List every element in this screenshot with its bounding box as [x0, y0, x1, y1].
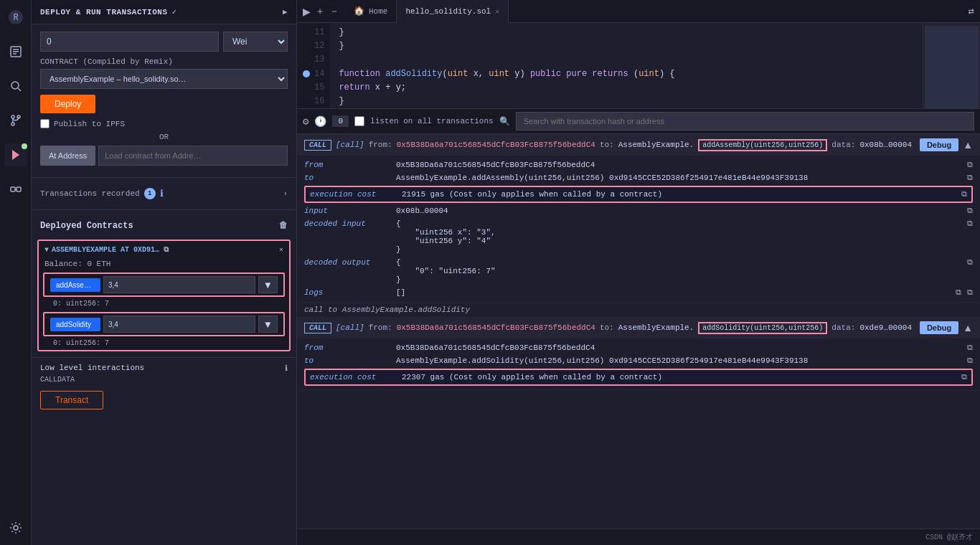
copy-decoded-input-icon[interactable]: ⧉: [967, 219, 973, 228]
copy-to-icon-2[interactable]: ⧉: [967, 356, 973, 365]
run-icon[interactable]: ▶: [303, 6, 311, 17]
svg-line-7: [18, 88, 21, 91]
at-address-button[interactable]: At Address: [40, 146, 95, 166]
copy-contract-address-icon[interactable]: ⧉: [164, 246, 169, 254]
right-panel: ▶ ＋ － 🏠 Home hello_solidity.sol ✕ ⇄ 11 1…: [297, 0, 980, 545]
tab-home[interactable]: 🏠 Home: [345, 0, 397, 23]
copy-logs-icon-1[interactable]: ⧉: [956, 288, 961, 297]
add-assembly-button[interactable]: addAsse…: [50, 278, 100, 292]
left-panel: DEPLOY & RUN TRANSACTIONS ✓ ▶ Wei Gwei E…: [32, 0, 297, 545]
zoom-in-icon[interactable]: ＋: [315, 5, 325, 18]
call-label-1: [call]: [336, 141, 364, 149]
tx-log: CALL [call] from: 0x5B38Da6a701c568545dC…: [297, 134, 980, 529]
add-assembly-input[interactable]: [103, 276, 255, 293]
panel-header: DEPLOY & RUN TRANSACTIONS ✓ ▶: [32, 0, 296, 24]
tab-file-label: hello_solidity.sol: [405, 7, 491, 16]
svg-text:R: R: [13, 13, 18, 23]
data-label-1: data:: [831, 141, 855, 149]
exec-cost-val-1: 21915 gas (Cost only applies when called…: [402, 190, 956, 199]
deploy-run-icon[interactable]: [4, 143, 27, 166]
expand-panel-icon[interactable]: ▶: [283, 7, 288, 16]
from-addr-2: 0x5B38Da6a701c568545dCfcB03FcB875f56bedd…: [397, 323, 595, 332]
contract-instance: ▼ ASSEMBLYEXAMPLE AT 0XD91… ⧉ ✕ Balance:…: [37, 240, 291, 351]
to-method-2: AssemblyExample.: [618, 323, 694, 332]
settings-icon[interactable]: [4, 516, 27, 539]
add-solidity-input[interactable]: [103, 316, 255, 333]
deploy-button[interactable]: Deploy: [40, 95, 95, 113]
add-assembly-return: 0: uint256: 7: [39, 298, 289, 311]
tx-search-input[interactable]: [516, 112, 974, 131]
exec-cost-val-2: 22307 gas (Cost only applies when called…: [402, 373, 956, 382]
copy-to-icon[interactable]: ⧉: [967, 174, 973, 182]
low-level-info-icon[interactable]: ℹ: [285, 364, 288, 373]
add-assembly-dropdown[interactable]: ▼: [258, 276, 278, 293]
decoded-output-key: decoded output: [304, 258, 390, 267]
tab-hello-solidity[interactable]: hello_solidity.sol ✕: [397, 0, 509, 23]
value-input[interactable]: [40, 32, 219, 52]
code-editor: 11 12 13 14 15 16 } } function addSolidi…: [297, 23, 980, 109]
data-label-2: data:: [831, 323, 855, 332]
to-label-2: to:: [600, 323, 614, 332]
listen-transactions-checkbox[interactable]: [354, 116, 364, 126]
chevron-down-icon[interactable]: ▼: [44, 246, 49, 254]
svg-rect-12: [11, 187, 15, 191]
to-val-2: AssemblyExample.addSolidity(uint256,uint…: [396, 356, 961, 365]
unit-select[interactable]: Wei Gwei Ether: [223, 32, 288, 52]
publish-ipfs-checkbox[interactable]: [40, 119, 50, 128]
close-tab-icon[interactable]: ✕: [495, 7, 499, 16]
add-solidity-button[interactable]: addSolidity: [50, 318, 100, 331]
plugin-manager-icon[interactable]: [4, 178, 27, 201]
copy-from-icon[interactable]: ⧉: [967, 161, 973, 169]
search-files-icon[interactable]: [4, 75, 27, 98]
from-val-1: 0x5B38Da6a701c568545dCfcB03FcB875f56bedd…: [396, 161, 961, 169]
calldata-label: CALLDATA: [40, 376, 288, 384]
info-icon[interactable]: ℹ: [160, 188, 164, 199]
load-contract-input[interactable]: [98, 146, 288, 166]
transact-button[interactable]: Transact: [40, 391, 103, 409]
transactions-badge: 1: [144, 188, 156, 199]
copy-exec-cost-icon[interactable]: ⧉: [961, 190, 967, 199]
call-badge-1: CALL: [304, 140, 331, 151]
deployed-contracts-header: Deployed Contracts 🗑: [32, 214, 296, 237]
tx-details-2: from 0x5B38Da6a701c568545dCfcB03FcB875f5…: [297, 338, 980, 390]
git-icon[interactable]: [4, 109, 27, 132]
debug-button-1[interactable]: Debug: [920, 138, 958, 151]
debug-button-2[interactable]: Debug: [920, 321, 958, 334]
tx-count: 0: [332, 115, 349, 127]
clear-tx-icon[interactable]: 🕐: [314, 115, 326, 128]
collapse-btn-2[interactable]: ▲: [963, 322, 973, 333]
data-val-1: 0x08b…00004: [859, 141, 912, 149]
contract-select[interactable]: AssemblyExample – hello_solidity.so…: [40, 69, 288, 89]
tx-entry-2: CALL [call] from: 0x5B38Da6a701c568545dC…: [297, 317, 980, 391]
remix-logo-icon[interactable]: R: [4, 6, 27, 29]
tx-details-1: from 0x5B38Da6a701c568545dCfcB03FcB875f5…: [297, 156, 980, 302]
copy-decoded-output-icon[interactable]: ⧉: [967, 258, 973, 267]
add-solidity-row: addSolidity ▼: [43, 312, 285, 336]
svg-point-8: [11, 115, 14, 118]
settings-toolbar-icon[interactable]: ⚙: [303, 115, 308, 128]
decoded-input-val-1: { "uint256 x": "3", "uint256 y": "4" }: [396, 219, 961, 254]
to-key: to: [304, 174, 390, 182]
collapse-btn-1[interactable]: ▲: [963, 139, 973, 151]
line-numbers: 11 12 13 14 15 16: [297, 23, 330, 108]
trash-icon[interactable]: 🗑: [279, 220, 288, 231]
file-explorer-icon[interactable]: [4, 40, 27, 63]
decoded-input-key: decoded input: [304, 219, 390, 228]
from-val-2: 0x5B38Da6a701c568545dCfcB03FcB875f56bedd…: [396, 343, 961, 352]
remove-contract-icon[interactable]: ✕: [279, 245, 283, 254]
from-key-2: from: [304, 343, 390, 352]
copy-input-icon[interactable]: ⧉: [967, 207, 973, 215]
copy-from-icon-2[interactable]: ⧉: [967, 343, 973, 352]
copy-exec-cost-icon-2[interactable]: ⧉: [961, 373, 967, 382]
chevron-right-icon: ›: [283, 189, 288, 198]
svg-marker-11: [12, 150, 19, 160]
copy-logs-icon-2[interactable]: ⧉: [967, 288, 973, 297]
transactions-recorded-row[interactable]: Transactions recorded 1 ℹ ›: [32, 182, 296, 205]
zoom-out-icon[interactable]: －: [329, 5, 339, 18]
to-key-2: to: [304, 356, 390, 365]
low-level-title: Low level interactions: [40, 364, 144, 373]
add-solidity-dropdown[interactable]: ▼: [258, 316, 278, 333]
home-icon: 🏠: [354, 6, 364, 16]
from-addr-1: 0x5B38Da6a701c568545dCfcB03FcB875f56bedd…: [397, 141, 595, 149]
method-highlight-1: addAssembly(uint256,uint256): [698, 139, 827, 151]
